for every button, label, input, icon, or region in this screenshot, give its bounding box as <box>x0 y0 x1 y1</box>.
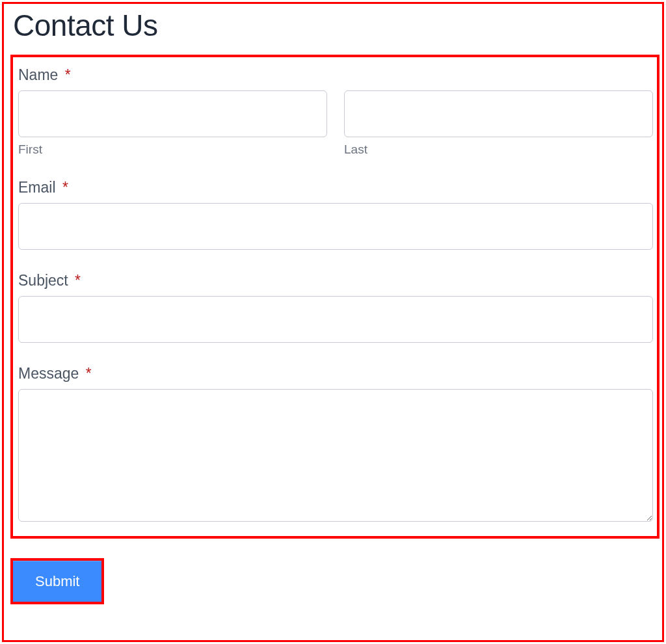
last-name-input[interactable] <box>344 90 653 137</box>
subject-label: Subject * <box>18 272 653 289</box>
message-field-group: Message * <box>18 365 653 524</box>
required-asterisk-icon: * <box>75 272 81 289</box>
page-title: Contact Us <box>13 8 659 43</box>
subject-input[interactable] <box>18 296 653 343</box>
last-name-col: Last <box>344 90 653 157</box>
form-outer-frame: Contact Us Name * First Last Email <box>2 2 664 642</box>
message-label: Message * <box>18 365 653 382</box>
email-input[interactable] <box>18 203 653 250</box>
name-label-text: Name <box>18 66 58 83</box>
last-name-sublabel: Last <box>344 142 653 157</box>
name-field-group: Name * First Last <box>18 66 653 157</box>
email-label-text: Email <box>18 179 56 196</box>
email-field-group: Email * <box>18 179 653 250</box>
first-name-input[interactable] <box>18 90 327 137</box>
subject-label-text: Subject <box>18 272 68 289</box>
name-label: Name * <box>18 66 653 84</box>
message-textarea[interactable] <box>18 389 653 522</box>
required-asterisk-icon: * <box>86 365 92 382</box>
message-label-text: Message <box>18 365 79 382</box>
required-asterisk-icon: * <box>65 66 71 83</box>
submit-button-highlight: Submit <box>10 558 104 604</box>
submit-button[interactable]: Submit <box>13 561 101 602</box>
email-label: Email * <box>18 179 653 196</box>
first-name-col: First <box>18 90 327 157</box>
first-name-sublabel: First <box>18 142 327 157</box>
form-fields-highlight: Name * First Last Email * <box>10 55 659 539</box>
subject-field-group: Subject * <box>18 272 653 343</box>
required-asterisk-icon: * <box>62 179 68 196</box>
name-row: First Last <box>18 90 653 157</box>
